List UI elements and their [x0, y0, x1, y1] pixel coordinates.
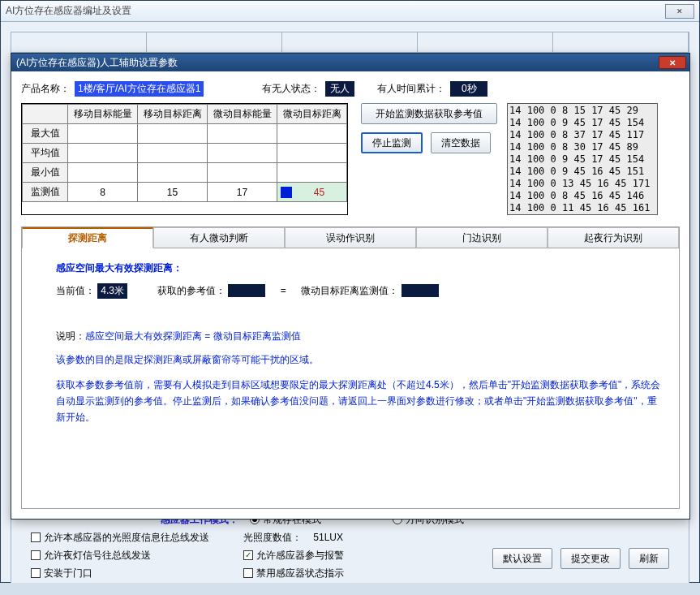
mon-label: 微动目标距离监测值： [301, 285, 398, 296]
outer-titlebar: AI方位存在感应器编址及设置 ✕ [1, 1, 699, 22]
mon-c4: 45 [277, 183, 347, 202]
th-micro-dist: 微动目标距离 [277, 105, 347, 124]
default-button[interactable]: 默认设置 [492, 548, 552, 569]
eq: = [281, 285, 286, 296]
outer-window: AI方位存在感应器编址及设置 ✕ 感应器工作模式： 常规存在模式 方向识别模式 … [0, 0, 700, 583]
th-move-dist: 移动目标距离 [138, 105, 208, 124]
row-avg: 平均值 [23, 144, 68, 163]
under-panel: 感应器工作模式： 常规存在模式 方向识别模式 允许本感应器的光照度信息往总线发送… [11, 511, 689, 583]
refresh-button[interactable]: 刷新 [629, 548, 669, 569]
ck-alarm-label: 允许感应器参与报警 [256, 549, 344, 563]
submit-button[interactable]: 提交更改 [560, 548, 621, 569]
tab-false-trigger[interactable]: 误动作识别 [285, 227, 416, 248]
mon-c1: 8 [68, 183, 138, 202]
th-move-energy: 移动目标能量 [68, 105, 138, 124]
mid-buttons: 开始监测数据获取参考值 停止监测 清空数据 [354, 103, 500, 215]
row-max: 最大值 [23, 124, 68, 144]
tab-detect-distance[interactable]: 探测距离 [22, 227, 153, 248]
log-box[interactable]: 14 100 0 8 15 17 45 29 14 100 0 9 45 17 … [507, 103, 658, 215]
ref-value [228, 284, 265, 297]
ck-nightlight[interactable] [31, 550, 41, 560]
monitor-row: 移动目标能量 移动目标距离 微动目标能量 微动目标距离 最大值 平均值 最小值 … [21, 103, 680, 215]
monitor-table: 移动目标能量 移动目标距离 微动目标能量 微动目标距离 最大值 平均值 最小值 … [21, 103, 348, 215]
section-title: 感应空间最大有效探测距离： [56, 261, 661, 275]
ck-alarm[interactable] [243, 550, 253, 560]
start-monitor-button[interactable]: 开始监测数据获取参考值 [361, 103, 497, 124]
cur-value: 4.3米 [97, 283, 127, 299]
th-micro-energy: 微动目标能量 [208, 105, 277, 124]
ck-lux-send-label: 允许本感应器的光照度信息往总线发送 [44, 531, 209, 545]
dialog: (AI方位存在感应器)人工辅助设置参数 ✕ 产品名称： 1楼/客厅/AI方位存在… [11, 53, 690, 520]
stop-monitor-button[interactable]: 停止监测 [361, 132, 423, 153]
ck-door-label: 安装于门口 [44, 567, 92, 580]
tabs-bar: 探测距离 有人微动判断 误动作识别 门边识别 起夜行为识别 [22, 227, 679, 248]
ck-nightlight-label: 允许夜灯信号往总线发送 [44, 549, 151, 563]
tab-night-behavior[interactable]: 起夜行为识别 [548, 227, 679, 248]
outer-body: 感应器工作模式： 常规存在模式 方向识别模式 允许本感应器的光照度信息往总线发送… [1, 22, 699, 582]
lux-value: 51LUX [313, 532, 343, 543]
person-time-label: 有人时间累计： [377, 82, 445, 96]
mon-c2: 15 [138, 183, 208, 202]
row-mon: 监测值 [23, 183, 68, 202]
product-row: 产品名称： 1楼/客厅/AI方位存在感应器1 有无人状态： 无人 有人时间累计：… [21, 78, 680, 103]
tab-panel-detect: 感应空间最大有效探测距离： 当前值： 4.3米 获取的参考值： = 微动目标距离… [22, 248, 679, 508]
dialog-close-button[interactable]: ✕ [659, 56, 686, 69]
row-min: 最小值 [23, 163, 68, 183]
mon-bar-fill [281, 187, 292, 198]
explain-line-3: 获取本参数参考值前，需要有人模拟走到目标区域想要限定的最大探测距离处（不超过4.… [56, 377, 661, 425]
tabs: 探测距离 有人微动判断 误动作识别 门边识别 起夜行为识别 感应空间最大有效探测… [21, 226, 680, 509]
ck-disable-status[interactable] [243, 568, 253, 578]
presence-label: 有无人状态： [262, 82, 320, 96]
outer-title: AI方位存在感应器编址及设置 [6, 4, 131, 18]
ref-label: 获取的参考值： [157, 285, 225, 296]
current-line: 当前值： 4.3米 获取的参考值： = 微动目标距离监测值： [56, 283, 661, 299]
explain-line-2: 该参数的目的是限定探测距离或屏蔽窗帘等可能干扰的区域。 [56, 353, 661, 367]
ck-lux-send[interactable] [31, 532, 41, 542]
presence-value: 无人 [325, 81, 354, 97]
clear-data-button[interactable]: 清空数据 [431, 132, 491, 153]
dialog-body: 产品名称： 1楼/客厅/AI方位存在感应器1 有无人状态： 无人 有人时间累计：… [11, 71, 689, 519]
outer-close-button[interactable]: ✕ [665, 4, 694, 19]
explain-line-1: 说明：感应空间最大有效探测距离 = 微动目标距离监测值 [56, 330, 661, 343]
tab-micro-movement[interactable]: 有人微动判断 [153, 227, 285, 248]
person-time-value: 0秒 [450, 81, 487, 97]
mon-c3: 17 [208, 183, 277, 202]
product-name-label: 产品名称： [21, 82, 70, 96]
product-name-value: 1楼/客厅/AI方位存在感应器1 [75, 81, 204, 97]
tab-door-edge[interactable]: 门边识别 [416, 227, 548, 248]
th-empty [23, 105, 68, 124]
ck-disable-status-label: 禁用感应器状态指示 [256, 567, 344, 580]
background-tabs [11, 32, 689, 53]
dialog-titlebar: (AI方位存在感应器)人工辅助设置参数 ✕ [11, 54, 689, 71]
ck-door[interactable] [31, 568, 41, 578]
mon-value [402, 284, 439, 297]
dialog-title: (AI方位存在感应器)人工辅助设置参数 [16, 56, 178, 70]
lux-label: 光照度数值： [243, 531, 302, 545]
cur-label: 当前值： [56, 285, 95, 296]
